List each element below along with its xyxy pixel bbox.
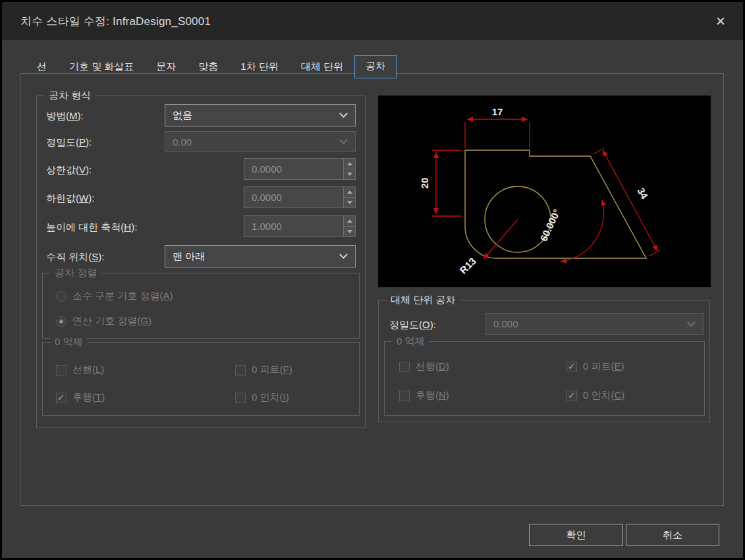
spin-up-button[interactable]: [344, 187, 355, 197]
checkbox-zero-inches: 0 인치(I): [235, 391, 289, 404]
checkbox-icon: [235, 365, 246, 376]
alt-checkbox-trailing: 후행(N): [399, 389, 449, 402]
spin-down-button[interactable]: [344, 169, 355, 179]
alt-precision-label: 정밀도(O):: [389, 319, 436, 331]
tab-bar: 선 기호 및 화살표 문자 맞춤 1차 단위 대체 단위 공차: [26, 55, 397, 77]
close-button[interactable]: ✕: [707, 10, 734, 32]
precision-dropdown: 0.00: [165, 131, 356, 152]
checkbox-icon: [235, 393, 246, 403]
tolerance-format-group: 공차 형식 방법(M): 없음 정밀도(P): 0.00 상한값(V): 0.0…: [36, 96, 366, 428]
ok-button[interactable]: 확인: [529, 524, 623, 546]
content-panel: 공차 형식 방법(M): 없음 정밀도(P): 0.00 상한값(V): 0.0…: [20, 73, 724, 506]
vertical-position-label: 수직 위치(S):: [46, 251, 104, 264]
up-arrow-icon: [347, 190, 352, 194]
cad-preview-svg: 17 20 34 60.000° R13: [378, 96, 711, 287]
chevron-down-icon: [687, 318, 696, 327]
down-arrow-icon: [347, 230, 352, 233]
precision-label: 정밀도(P):: [46, 136, 92, 149]
tab-primary-units[interactable]: 1차 단위: [229, 57, 290, 77]
radio-align-decimal-separator: 소수 구분 기호 정렬(A): [56, 290, 173, 302]
radio-icon: [56, 291, 67, 302]
dim-width-label: 17: [492, 106, 503, 117]
radio-align-operational-symbols: 연산 기호 정렬(G): [56, 315, 152, 327]
up-arrow-icon: [347, 162, 352, 165]
tolerance-alignment-group-title: 공차 정렬: [51, 267, 101, 279]
dim-radius-label: R13: [457, 255, 478, 275]
checkbox-leading: 선행(L): [56, 364, 104, 376]
alt-zero-suppression-group: 0 억제 선행(D) 0 피트(E) 후행(N) 0 인치(C): [384, 341, 705, 416]
down-arrow-icon: [347, 201, 352, 204]
upper-value: 0.0000: [252, 163, 282, 175]
alt-checkbox-zero-inches: 0 인치(C): [566, 389, 624, 402]
alt-precision-dropdown: 0.000: [485, 313, 704, 335]
checkbox-zero-feet: 0 피트(F): [235, 364, 292, 376]
dim-height-label: 20: [419, 178, 430, 189]
dimension-preview-image: 17 20 34 60.000° R13: [378, 96, 711, 287]
alternate-unit-tolerance-group-title: 대체 단위 공차: [387, 294, 459, 306]
lower-value-label: 하한값(W):: [46, 192, 94, 205]
radio-icon: [56, 316, 67, 327]
alt-precision-value: 0.000: [493, 318, 518, 329]
lower-value: 0.0000: [252, 192, 282, 203]
tab-fit[interactable]: 맞춤: [187, 57, 229, 77]
tab-alternate-units[interactable]: 대체 단위: [290, 57, 354, 77]
tab-lines[interactable]: 선: [26, 57, 58, 77]
spinner-buttons[interactable]: [343, 216, 355, 237]
alt-zero-suppression-group-title: 0 억제: [393, 335, 429, 348]
titlebar[interactable]: 치수 스타일 수정: InfraDesign_S0001 ✕: [2, 2, 743, 40]
checkbox-icon: [566, 391, 577, 401]
tolerance-format-group-title: 공차 형식: [45, 90, 95, 102]
spin-down-button[interactable]: [344, 226, 355, 237]
tolerance-alignment-group: 공차 정렬 소수 구분 기호 정렬(A) 연산 기호 정렬(G): [42, 273, 360, 339]
alt-checkbox-zero-feet: 0 피트(E): [566, 360, 624, 373]
method-value: 없음: [173, 109, 192, 122]
tab-text[interactable]: 문자: [145, 57, 187, 77]
spin-up-button[interactable]: [344, 216, 355, 226]
tab-symbols-arrows[interactable]: 기호 및 화살표: [58, 57, 145, 77]
alt-checkbox-leading: 선행(D): [399, 360, 449, 373]
cancel-button[interactable]: 취소: [626, 524, 719, 546]
upper-value-label: 상한값(V):: [46, 164, 92, 177]
checkbox-trailing: 후행(T): [56, 391, 105, 404]
down-arrow-icon: [347, 173, 352, 176]
zero-suppression-group: 0 억제 선행(L) 0 피트(F) 후행(T) 0 인치(I): [42, 342, 360, 416]
dimension-style-dialog: 치수 스타일 수정: InfraDesign_S0001 ✕ 선 기호 및 화살…: [0, 0, 745, 560]
dim-diagonal-label: 34: [635, 186, 650, 201]
checkbox-icon: [56, 365, 67, 376]
checkbox-icon: [56, 393, 67, 403]
up-arrow-icon: [347, 219, 352, 223]
vertical-position-value: 맨 아래: [173, 250, 205, 263]
method-dropdown[interactable]: 없음: [165, 104, 356, 126]
checkbox-icon: [399, 391, 410, 401]
checkbox-icon: [399, 362, 410, 372]
tab-tolerances[interactable]: 공차: [354, 55, 397, 78]
height-scale-value: 1.0000: [252, 221, 282, 232]
precision-value: 0.00: [173, 136, 192, 148]
vertical-position-dropdown[interactable]: 맨 아래: [165, 245, 356, 267]
checkbox-icon: [566, 362, 577, 372]
method-label: 방법(M):: [46, 110, 84, 123]
spin-up-button[interactable]: [344, 159, 355, 169]
alternate-unit-tolerance-group: 대체 단위 공차 정밀도(O): 0.000 0 억제 선행(D) 0 피트(E…: [378, 300, 710, 422]
chevron-down-icon: [339, 109, 348, 118]
dialog-title: 치수 스타일 수정: InfraDesign_S0001: [20, 14, 211, 29]
height-scale-spinner: 1.0000: [244, 215, 356, 237]
height-scale-label: 높이에 대한 축척(H):: [46, 221, 137, 234]
spinner-buttons[interactable]: [343, 159, 355, 179]
spinner-buttons[interactable]: [343, 187, 355, 208]
dim-angle-label: 60.000°: [538, 208, 562, 243]
close-icon: ✕: [715, 14, 726, 29]
upper-value-spinner: 0.0000: [244, 158, 356, 180]
part-geometry: [465, 150, 646, 258]
lower-value-spinner: 0.0000: [244, 186, 356, 208]
spin-down-button[interactable]: [344, 197, 355, 208]
chevron-down-icon: [339, 250, 348, 259]
zero-suppression-group-title: 0 억제: [51, 336, 87, 349]
chevron-down-icon: [339, 136, 348, 144]
